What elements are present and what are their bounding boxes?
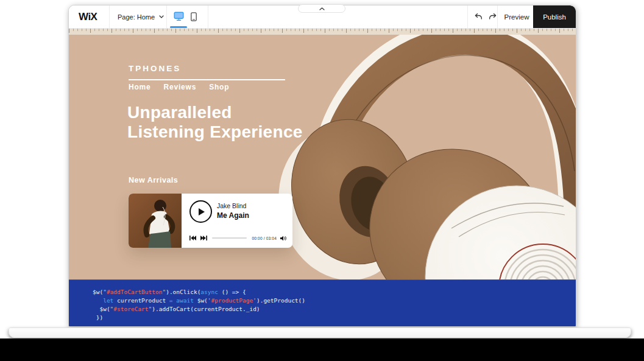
player-cover-image bbox=[129, 194, 182, 248]
progress-bar[interactable] bbox=[212, 237, 247, 239]
track-meta: Jake Blind Me Again bbox=[217, 202, 249, 220]
page-selector-label: Page: Home bbox=[118, 13, 155, 21]
track-name: Me Again bbox=[217, 211, 249, 220]
collapse-tab[interactable] bbox=[298, 4, 345, 13]
hero-heading-line1: Unparalleled bbox=[127, 103, 303, 122]
divider bbox=[109, 5, 110, 28]
divider bbox=[166, 5, 167, 28]
code-line[interactable]: }) bbox=[93, 314, 576, 322]
chevron-down-icon bbox=[159, 15, 164, 18]
skip-forward-icon[interactable] bbox=[200, 236, 207, 240]
ruler bbox=[69, 29, 576, 35]
editor-window: WiX Page: Home bbox=[68, 5, 576, 327]
divider bbox=[208, 5, 208, 28]
site-brand: TPHONES bbox=[129, 64, 181, 73]
nav-shop[interactable]: Shop bbox=[209, 83, 229, 91]
undo-icon[interactable] bbox=[473, 12, 483, 21]
track-artist: Jake Blind bbox=[217, 202, 249, 209]
page-selector[interactable]: Page: Home bbox=[118, 5, 164, 28]
redo-icon[interactable] bbox=[488, 12, 498, 21]
transport-controls: 00:00 / 03:04 bbox=[189, 234, 286, 242]
hero-heading: Unparalleled Listening Experience bbox=[127, 103, 303, 142]
site-nav: Home Reviews Shop bbox=[129, 83, 229, 91]
site-canvas: TPHONES Home Reviews Shop Unparalleled L… bbox=[69, 35, 576, 279]
brand-underline bbox=[129, 79, 285, 80]
code-line[interactable]: $w("#addToCartButton").onClick(async () … bbox=[93, 288, 576, 296]
laptop-base bbox=[9, 328, 631, 338]
nav-home[interactable]: Home bbox=[129, 83, 151, 91]
code-lines: $w("#addToCartButton").onClick(async () … bbox=[93, 288, 576, 322]
mobile-view-icon[interactable] bbox=[191, 12, 197, 21]
desktop-view-icon[interactable] bbox=[174, 12, 184, 21]
new-arrivals-label: New Arrivals bbox=[129, 176, 178, 184]
code-line[interactable]: $w("#storeCart").addToCart(currentProduc… bbox=[93, 305, 576, 314]
play-icon bbox=[199, 208, 205, 216]
chevron-up-icon bbox=[319, 7, 325, 10]
code-line[interactable]: let currentProduct = await $w('#productP… bbox=[93, 296, 576, 305]
page-footer-band bbox=[0, 338, 644, 361]
nav-reviews[interactable]: Reviews bbox=[164, 83, 197, 91]
skip-back-icon[interactable] bbox=[189, 236, 196, 240]
publish-button[interactable]: Publish bbox=[533, 5, 576, 28]
divider bbox=[497, 5, 498, 28]
hero-heading-line2: Listening Experience bbox=[127, 122, 303, 142]
page: WiX Page: Home bbox=[0, 0, 644, 361]
volume-icon[interactable] bbox=[280, 236, 286, 241]
code-editor-panel[interactable]: $w("#addToCartButton").onClick(async () … bbox=[69, 279, 576, 327]
music-player-card[interactable]: Jake Blind Me Again bbox=[129, 194, 292, 248]
wix-logo[interactable]: WiX bbox=[79, 11, 97, 23]
time-label: 00:00 / 03:04 bbox=[252, 236, 277, 240]
selected-view-indicator bbox=[170, 26, 187, 28]
preview-button[interactable]: Preview bbox=[499, 5, 534, 28]
divider bbox=[467, 5, 468, 28]
play-button[interactable] bbox=[189, 200, 212, 223]
